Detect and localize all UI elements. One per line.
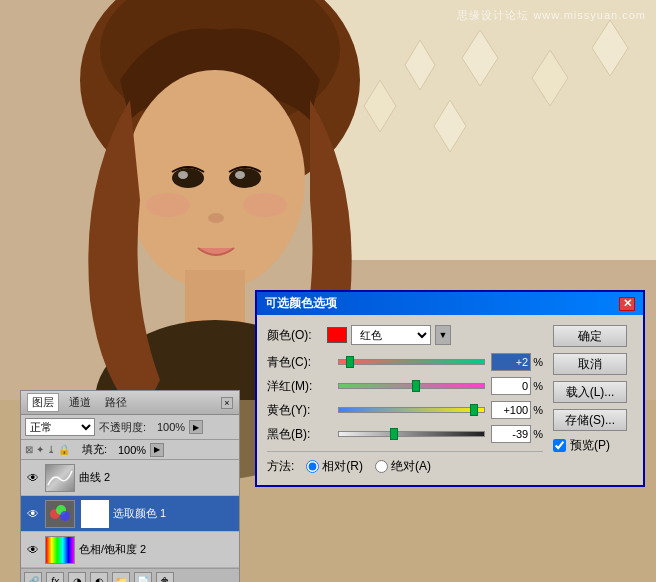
layer-item-selectivecolor1[interactable]: 👁 选取颜色 1 [21,496,239,532]
color-label: 颜色(O): [267,327,327,344]
layer-item-curves2[interactable]: 👁 曲线 2 [21,460,239,496]
load-button[interactable]: 载入(L)... [553,381,627,403]
layer-item-huesat2[interactable]: 👁 色相/饱和度 2 [21,532,239,568]
yellow-slider-row: 黄色(Y): +100 % [267,401,543,419]
black-label: 黑色(B): [267,426,332,443]
magenta-slider-track[interactable] [338,383,485,389]
color-selection-row: 颜色(O): 红色 ▼ [267,325,543,345]
yellow-percent: % [533,404,543,416]
magenta-label: 洋红(M): [267,378,332,395]
layer-thumb-huesat2 [45,536,75,564]
black-percent: % [533,428,543,440]
cyan-slider-track[interactable] [338,359,485,365]
layers-controls-row: 正常 不透明度: 100% ▶ [21,415,239,440]
link-icon[interactable]: 🔗 [24,572,42,582]
svg-point-19 [243,193,287,217]
svg-point-10 [125,70,305,290]
layer-mode-select[interactable]: 正常 [25,418,95,436]
lock-icon-4[interactable]: 🔒 [58,444,70,455]
dialog-close-button[interactable]: ✕ [619,297,635,311]
svg-point-15 [178,171,188,179]
svg-point-13 [172,168,204,188]
opacity-value: 100% [150,421,185,433]
dialog-title-text: 可选颜色选项 [265,295,337,312]
black-slider-track[interactable] [338,431,485,437]
selective-color-dialog: 可选颜色选项 ✕ 颜色(O): 红色 ▼ 青色(C): [255,290,645,487]
svg-point-18 [146,193,190,217]
color-swatch-red [327,327,347,343]
relative-radio-input[interactable] [306,460,319,473]
relative-label: 相对(R) [322,458,363,475]
layer-name-curves2: 曲线 2 [79,470,235,485]
fill-value: 100% [111,444,146,456]
mask-icon[interactable]: ◑ [68,572,86,582]
cyan-value[interactable]: +2 [491,353,531,371]
yellow-slider-track[interactable] [338,407,485,413]
fill-label: 填充: [82,442,107,457]
folder-icon[interactable]: 📁 [112,572,130,582]
layer-name-selectivecolor1: 选取颜色 1 [113,506,235,521]
magenta-value[interactable]: 0 [491,377,531,395]
save-button[interactable]: 存储(S)... [553,409,627,431]
layer-mask-selectivecolor1 [81,500,109,528]
layer-eye-curves2[interactable]: 👁 [25,470,41,486]
method-row: 方法: 相对(R) 绝对(A) [267,451,543,475]
new-layer-icon[interactable]: 📄 [134,572,152,582]
preview-label: 预览(P) [570,437,610,454]
opacity-label: 不透明度: [99,420,146,435]
preview-checkbox-row[interactable]: 预览(P) [553,437,633,454]
layer-eye-selectivecolor1[interactable]: 👁 [25,506,41,522]
color-dropdown[interactable]: 红色 [351,325,431,345]
ok-button[interactable]: 确定 [553,325,627,347]
layer-eye-huesat2[interactable]: 👁 [25,542,41,558]
layers-panel-titlebar: 图层 通道 路径 × [21,391,239,415]
svg-point-16 [235,171,245,179]
lock-icon-2[interactable]: ✦ [36,444,44,455]
layer-list: 👁 曲线 2 👁 选取颜色 1 👁 色相/饱和度 2 [21,460,239,568]
absolute-radio[interactable]: 绝对(A) [375,458,431,475]
layers-panel: 图层 通道 路径 × 正常 不透明度: 100% ▶ ⊠ ✦ ⤓ 🔒 填充: 1… [20,390,240,582]
black-slider-row: 黑色(B): -39 % [267,425,543,443]
layer-thumb-curves2 [45,464,75,492]
delete-layer-icon[interactable]: 🗑 [156,572,174,582]
svg-point-23 [60,511,70,521]
black-slider-thumb[interactable] [390,428,398,440]
absolute-label: 绝对(A) [391,458,431,475]
black-value[interactable]: -39 [491,425,531,443]
svg-point-14 [229,168,261,188]
layers-panel-close[interactable]: × [221,397,233,409]
tab-layers[interactable]: 图层 [27,393,59,412]
absolute-radio-input[interactable] [375,460,388,473]
tab-paths[interactable]: 路径 [101,394,131,411]
lock-icon-1[interactable]: ⊠ [25,444,33,455]
cancel-button[interactable]: 取消 [553,353,627,375]
opacity-arrow[interactable]: ▶ [189,420,203,434]
magenta-slider-row: 洋红(M): 0 % [267,377,543,395]
yellow-slider-thumb[interactable] [470,404,478,416]
watermark: 思缘设计论坛 www.missyuan.com [457,8,646,23]
fill-arrow[interactable]: ▶ [150,443,164,457]
svg-point-17 [208,213,224,223]
tab-channels[interactable]: 通道 [65,394,95,411]
color-swatch-area: 红色 ▼ [327,325,451,345]
dialog-right-panel: 确定 取消 载入(L)... 存储(S)... 预览(P) [553,325,633,475]
layers-bottom-toolbar: 🔗 fx ◑ ◐ 📁 📄 🗑 [21,568,239,582]
dialog-left-panel: 颜色(O): 红色 ▼ 青色(C): +2 % [267,325,543,475]
color-dropdown-arrow[interactable]: ▼ [435,325,451,345]
method-label: 方法: [267,458,294,475]
fill-row: ⊠ ✦ ⤓ 🔒 填充: 100% ▶ [21,440,239,460]
layer-name-huesat2: 色相/饱和度 2 [79,542,235,557]
cyan-slider-row: 青色(C): +2 % [267,353,543,371]
fx-icon[interactable]: fx [46,572,64,582]
yellow-value[interactable]: +100 [491,401,531,419]
magenta-slider-thumb[interactable] [412,380,420,392]
relative-radio[interactable]: 相对(R) [306,458,363,475]
cyan-label: 青色(C): [267,354,332,371]
dialog-body: 颜色(O): 红色 ▼ 青色(C): +2 % [257,315,643,485]
preview-checkbox[interactable] [553,439,566,452]
lock-icon-3[interactable]: ⤓ [47,444,55,455]
layer-thumb-selectivecolor1 [45,500,75,528]
cyan-slider-thumb[interactable] [346,356,354,368]
lock-icons: ⊠ ✦ ⤓ 🔒 [25,444,70,455]
adjustment-icon[interactable]: ◐ [90,572,108,582]
